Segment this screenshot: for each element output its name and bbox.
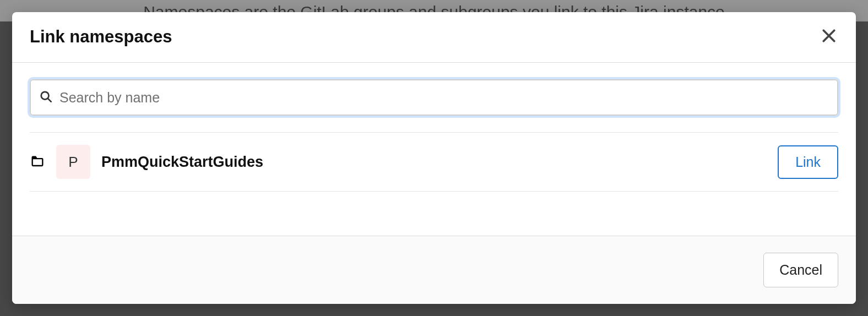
link-button[interactable]: Link (778, 145, 838, 179)
modal-header: Link namespaces (12, 12, 856, 63)
link-namespaces-modal: Link namespaces (12, 12, 856, 304)
namespace-list: P PmmQuickStartGuides Link (30, 132, 838, 192)
list-item: P PmmQuickStartGuides Link (30, 133, 838, 192)
search-input[interactable] (52, 90, 828, 106)
avatar-letter: P (68, 154, 78, 171)
namespace-avatar: P (56, 145, 90, 179)
namespace-name: PmmQuickStartGuides (101, 154, 767, 171)
search-icon (40, 90, 52, 105)
cancel-button[interactable]: Cancel (763, 253, 838, 287)
modal-title: Link namespaces (30, 27, 172, 47)
search-field-wrapper[interactable] (30, 79, 838, 116)
folder-icon (30, 154, 45, 170)
modal-footer: Cancel (12, 236, 856, 304)
close-button[interactable] (820, 26, 838, 47)
modal-body: P PmmQuickStartGuides Link (12, 63, 856, 236)
close-icon (822, 29, 836, 45)
